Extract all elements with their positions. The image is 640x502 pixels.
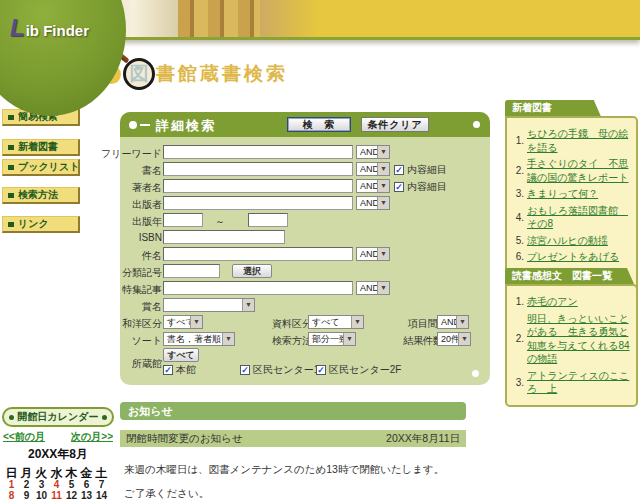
- sidebar-item-search-help[interactable]: 検索方法: [2, 187, 80, 204]
- form-row-feature: 特集記事 AND▼: [120, 281, 490, 297]
- clear-conditions-button[interactable]: 条件クリア: [361, 117, 429, 132]
- notice-item-title: 閉館時間変更のお知らせ: [126, 430, 242, 447]
- and-select-title[interactable]: AND▼: [356, 162, 390, 176]
- calendar-day: 1: [4, 479, 19, 490]
- chevron-down-icon: ▼: [242, 299, 254, 311]
- calendar-day-header: 水: [49, 465, 64, 479]
- and-select-publisher[interactable]: AND▼: [356, 196, 390, 210]
- list-item: 1.赤毛のアン: [510, 295, 633, 309]
- subject-input[interactable]: [163, 247, 353, 261]
- book-link[interactable]: きまりって何？: [527, 187, 598, 201]
- calendar-day: 6: [79, 479, 94, 490]
- calendar: 開館日カレンダー <<前の月 次の月>> 20XX年8月 日月火水木金土1234…: [2, 407, 114, 502]
- form-row-pub-year: 出版年 ～: [120, 213, 490, 229]
- year-range-separator: ～: [215, 215, 225, 229]
- calendar-day: 11: [49, 490, 64, 501]
- book-link[interactable]: 手さぐりのタイ 不思議の国の驚きレポート: [527, 157, 633, 184]
- and-select-subject[interactable]: AND▼: [356, 247, 390, 261]
- search-method-select[interactable]: 部分一致▼: [308, 332, 356, 346]
- search-button[interactable]: 検 索: [287, 117, 351, 132]
- award-select[interactable]: ▼: [163, 298, 255, 312]
- panel-header: 詳細検索 検 索 条件クリア: [120, 112, 490, 137]
- notice-item-title-bar: 閉館時間変更のお知らせ 20XX年8月11日: [120, 430, 466, 447]
- checkbox-center-2f[interactable]: ✓区民センター2F: [316, 363, 401, 377]
- isbn-input[interactable]: [163, 230, 285, 244]
- calendar-day: 9: [19, 490, 34, 501]
- pub-year-from-input[interactable]: [163, 213, 203, 227]
- chevron-down-icon: ▼: [377, 180, 389, 192]
- calendar-day: 14: [94, 490, 109, 501]
- list-item: 2.手さぐりのタイ 不思議の国の驚きレポート: [510, 157, 633, 184]
- sidebar-item-booklist[interactable]: ブックリスト: [2, 159, 80, 176]
- chevron-down-icon: ▼: [377, 248, 389, 260]
- checkbox-main-library[interactable]: ✓本館: [163, 363, 196, 377]
- between-items-select[interactable]: AND▼: [437, 315, 469, 329]
- field-label-award: 賞名: [142, 300, 162, 314]
- author-input[interactable]: [163, 179, 353, 193]
- calendar-day-header: 木: [64, 465, 79, 479]
- book-link[interactable]: 涼宮ハルヒの動揺: [527, 234, 608, 248]
- pub-year-to-input[interactable]: [248, 213, 288, 227]
- dot-icon: [472, 370, 479, 377]
- chevron-down-icon: ▼: [377, 282, 389, 294]
- form-row-title: 書名 AND▼ ✓内容細目: [120, 162, 490, 178]
- logo[interactable]: Lib Finder: [0, 0, 126, 116]
- title-input[interactable]: [163, 162, 353, 176]
- field-label-author: 著者名: [132, 181, 162, 195]
- and-select-author[interactable]: AND▼: [356, 179, 390, 193]
- title-first-char: 図: [130, 63, 149, 84]
- chevron-down-icon: ▼: [222, 333, 234, 345]
- book-link[interactable]: 赤毛のアン: [527, 295, 578, 309]
- book-link[interactable]: ちひろの手鏡 母の絵を語る: [527, 127, 633, 154]
- sort-select[interactable]: 書名，著者順▼: [163, 332, 235, 346]
- publisher-input[interactable]: [163, 196, 353, 210]
- sidebar-item-label: ブックリスト: [18, 160, 79, 174]
- material-select[interactable]: すべて▼: [308, 315, 364, 329]
- sidebar-item-new-books[interactable]: 新着図書: [2, 139, 80, 156]
- list-item: 3.アトランティスのこころ 上: [510, 369, 633, 396]
- banner-fade: [252, 0, 330, 37]
- chevron-down-icon: ▼: [343, 333, 355, 345]
- calendar-day-header: 金: [79, 465, 94, 479]
- calendar-day-header: 土: [94, 465, 109, 479]
- prev-month-link[interactable]: <<前の月: [3, 430, 45, 444]
- checkbox-icon: ✓: [394, 165, 404, 175]
- notice-body-line2: ご了承ください。: [124, 487, 209, 501]
- chevron-down-icon: ▼: [456, 316, 468, 328]
- dash-icon: [140, 124, 150, 126]
- panel-title: 詳細検索: [156, 117, 216, 135]
- checkbox-content-detail-author[interactable]: ✓内容細目: [394, 180, 447, 194]
- book-link[interactable]: アトランティスのこころ 上: [527, 369, 633, 396]
- classification-input[interactable]: [163, 264, 220, 278]
- and-select-freeword[interactable]: AND▼: [356, 145, 390, 159]
- book-link[interactable]: 明日、きっといいことがある 生きる勇気と知恵を与えてくれる84の物語: [527, 312, 633, 366]
- next-month-link[interactable]: 次の月>>: [71, 430, 113, 444]
- calendar-day: 7: [94, 479, 109, 490]
- page: Lib Finder ▼ 図 書館蔵書検索 簡易検索 新着図書 ブックリスト 検…: [0, 0, 640, 502]
- square-bullet-icon: [8, 145, 14, 150]
- book-link[interactable]: プレゼントをあげる: [527, 250, 619, 264]
- calendar-day: 12: [64, 490, 79, 501]
- result-count-select[interactable]: 20件▼: [437, 332, 471, 346]
- field-label-search-method: 検索方法: [272, 334, 312, 348]
- form-row-author: 著者名 AND▼ ✓内容細目: [120, 179, 490, 195]
- select-classification-button[interactable]: 選択: [232, 264, 272, 278]
- feature-article-input[interactable]: [163, 281, 353, 295]
- field-label-classification: 分類記号: [122, 266, 162, 280]
- book-link[interactable]: おもしろ落語図書館 その8: [527, 204, 633, 231]
- calendar-day: 10: [34, 490, 49, 501]
- wayo-select[interactable]: すべて▼: [163, 315, 203, 329]
- checkbox-content-detail-title[interactable]: ✓内容細目: [394, 163, 447, 177]
- sidebar-item-label: リンク: [18, 217, 49, 231]
- all-libraries-button[interactable]: すべて: [163, 348, 199, 362]
- freeword-input[interactable]: [163, 145, 353, 159]
- and-select-feature[interactable]: AND▼: [356, 281, 390, 295]
- list-item: 1.ちひろの手鏡 母の絵を語る: [510, 127, 633, 154]
- calendar-day: 5: [64, 479, 79, 490]
- field-label-publisher: 出版者: [132, 198, 162, 212]
- checkbox-center-1f[interactable]: ✓区民センター1F: [240, 363, 325, 377]
- form-row-isbn: ISBN: [120, 230, 490, 246]
- calendar-title-button[interactable]: 開館日カレンダー: [2, 407, 114, 427]
- item-number: 1.: [510, 135, 524, 146]
- sidebar-item-links[interactable]: リンク: [2, 216, 80, 233]
